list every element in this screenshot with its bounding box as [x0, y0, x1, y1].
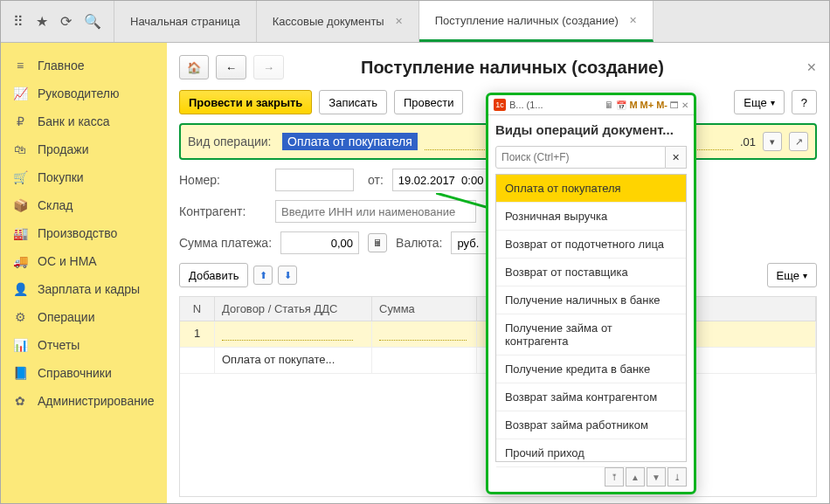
number-input[interactable]: [275, 169, 354, 191]
write-button[interactable]: Записать: [319, 90, 387, 114]
popup-item[interactable]: Возврат займа контрагентом: [496, 383, 686, 411]
search-input[interactable]: [495, 146, 666, 169]
sidebar-item[interactable]: 📦Склад: [1, 191, 167, 219]
sidebar-icon: ₽: [13, 114, 27, 128]
sum-label: Сумма платежа:: [179, 236, 272, 250]
popup-footer: ⤒ ▲ ▼ ⤓: [488, 462, 694, 492]
sidebar-item[interactable]: 📊Отчеты: [1, 331, 167, 359]
date-input[interactable]: [392, 169, 497, 191]
nav-up-button[interactable]: ▲: [626, 467, 645, 487]
post-button[interactable]: Провести: [394, 90, 464, 114]
number-label: Номер:: [179, 173, 266, 187]
search-row: ✕: [495, 146, 687, 169]
popup-titlebar[interactable]: 1c В... (1... 🖩 📅 M M+ M- 🗖 ✕: [488, 95, 694, 115]
col-n[interactable]: N: [180, 297, 215, 321]
sidebar-item[interactable]: ⚙Операции: [1, 303, 167, 331]
post-and-close-button[interactable]: Провести и закрыть: [179, 90, 312, 114]
sidebar-icon: ≡: [13, 59, 27, 72]
sidebar-item[interactable]: ₽Банк и касса: [1, 107, 167, 135]
popup-item[interactable]: Розничная выручка: [496, 203, 686, 231]
col-sum[interactable]: Сумма: [372, 297, 477, 321]
sidebar-icon: 📘: [13, 366, 27, 380]
operation-type-value[interactable]: Оплата от покупателя: [282, 133, 418, 150]
tab-start[interactable]: Начальная страница: [114, 1, 257, 42]
tab-label: Поступление наличных (создание): [435, 14, 619, 27]
tab-active[interactable]: Поступление наличных (создание)✕: [419, 1, 654, 42]
popup-item[interactable]: Получение наличных в банке: [496, 287, 686, 314]
sidebar-label: Банк и касса: [38, 114, 109, 128]
window-tabs: ⠿ ★ ⟳ 🔍 Начальная страница Кассовые доку…: [1, 1, 829, 43]
date-label: от:: [368, 173, 384, 187]
currency-input[interactable]: [451, 231, 490, 254]
sidebar-item[interactable]: 📈Руководителю: [1, 79, 167, 107]
apps-icon[interactable]: ⠿: [13, 13, 24, 30]
back-button[interactable]: ←: [216, 55, 246, 79]
cell-sum: [379, 327, 467, 341]
popup-item[interactable]: Возврат от подотчетного лица: [496, 231, 686, 259]
calendar-tool-icon[interactable]: 📅: [616, 100, 626, 110]
nav-top-button[interactable]: ⤒: [605, 467, 624, 487]
sidebar-label: Производство: [38, 226, 117, 240]
more-button-2[interactable]: Еще ▾: [767, 263, 817, 287]
open-button[interactable]: ↗: [789, 132, 808, 151]
col-contract[interactable]: Договор / Статья ДДС: [215, 297, 372, 321]
sidebar-item[interactable]: 👤Зарплата и кадры: [1, 275, 167, 303]
popup-list: Оплата от покупателяРозничная выручкаВоз…: [495, 174, 687, 462]
dropdown-button[interactable]: ▾: [763, 132, 782, 151]
tab-label: Начальная страница: [130, 15, 240, 28]
popup-item[interactable]: Возврат от поставщика: [496, 259, 686, 287]
sidebar-icon: ✿: [13, 394, 27, 408]
cell-dds: Оплата от покупате...: [222, 353, 335, 366]
popup-item[interactable]: Возврат займа работником: [496, 411, 686, 439]
popup-item[interactable]: Получение кредита в банке: [496, 356, 686, 383]
close-icon[interactable]: ✕: [395, 16, 403, 27]
mminus-button[interactable]: M-: [656, 100, 667, 110]
sum-input[interactable]: [280, 231, 359, 254]
cell-n: 1: [180, 321, 215, 347]
mplus-button[interactable]: M+: [640, 100, 654, 110]
search-icon[interactable]: 🔍: [84, 13, 101, 30]
tab-docs[interactable]: Кассовые документы✕: [257, 1, 419, 42]
sidebar-item[interactable]: 🛒Покупки: [1, 163, 167, 191]
calc-icon[interactable]: 🖩: [368, 233, 387, 252]
add-button[interactable]: Добавить: [179, 263, 248, 287]
sidebar-item[interactable]: 📘Справочники: [1, 359, 167, 387]
nav-down-button[interactable]: ▼: [647, 467, 666, 487]
help-button[interactable]: ?: [792, 90, 817, 114]
home-button[interactable]: 🏠: [179, 55, 209, 79]
sidebar-label: Зарплата и кадры: [38, 282, 140, 296]
more-button[interactable]: Еще ▾: [734, 90, 784, 114]
calc-tool-icon[interactable]: 🖩: [605, 100, 613, 110]
window-box-icon[interactable]: 🗖: [670, 100, 679, 110]
sidebar-item[interactable]: 🏭Производство: [1, 219, 167, 247]
history-icon[interactable]: ⟳: [60, 13, 72, 30]
label: Еще: [777, 269, 799, 282]
star-icon[interactable]: ★: [36, 13, 48, 30]
nav-bottom-button[interactable]: ⤓: [667, 467, 687, 487]
down-button[interactable]: ⬇: [278, 266, 297, 285]
sidebar-label: Руководителю: [38, 86, 119, 100]
chevron-down-icon: ▾: [771, 98, 775, 107]
sidebar-icon: 📊: [13, 338, 27, 352]
window-label: В... (1...: [509, 100, 543, 110]
sidebar-label: ОС и НМА: [38, 254, 97, 268]
sidebar-label: Продажи: [38, 142, 88, 156]
close-icon[interactable]: ✕: [629, 15, 637, 26]
sidebar-item[interactable]: ✿Администрирование: [1, 387, 167, 415]
org-code: .01: [740, 135, 756, 148]
forward-button[interactable]: →: [253, 55, 284, 79]
close-form-icon[interactable]: ✕: [806, 60, 817, 74]
popup-item[interactable]: Оплата от покупателя: [496, 175, 686, 203]
clear-search-button[interactable]: ✕: [666, 146, 687, 169]
sidebar-icon: ⚙: [13, 310, 27, 324]
sidebar-label: Справочники: [38, 366, 112, 380]
sidebar-item[interactable]: ≡Главное: [1, 52, 167, 79]
global-tools: ⠿ ★ ⟳ 🔍: [1, 1, 114, 42]
popup-item[interactable]: Получение займа от контрагента: [496, 314, 686, 356]
sidebar-item[interactable]: 🚚ОС и НМА: [1, 247, 167, 275]
counterparty-input[interactable]: [275, 200, 476, 223]
window-close-icon[interactable]: ✕: [681, 100, 688, 110]
up-button[interactable]: ⬆: [253, 266, 273, 285]
m-button[interactable]: M: [629, 100, 637, 110]
sidebar-item[interactable]: 🛍Продажи: [1, 135, 167, 163]
